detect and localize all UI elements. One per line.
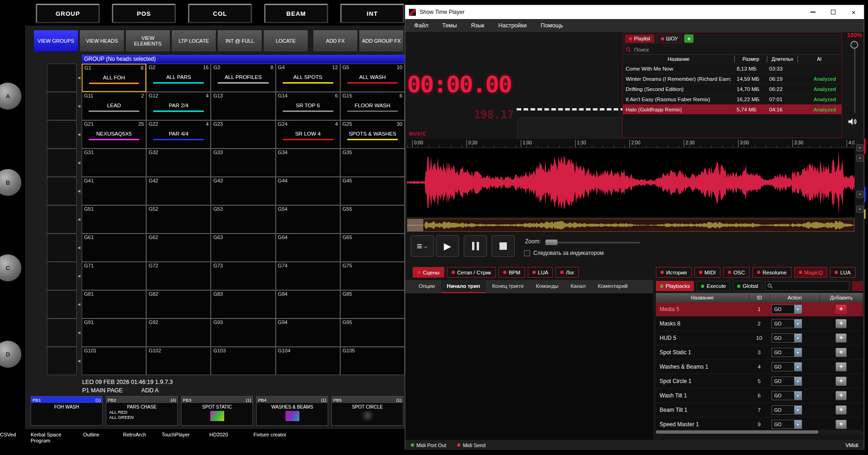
add-playlist-button[interactable]: + (684, 34, 693, 43)
row-select-arrow-icon[interactable]: ◀ (78, 318, 82, 347)
group-cell-g15[interactable]: G156FLOOR WASH (340, 92, 405, 120)
group-cell-g5[interactable]: G510ALL WASH (340, 64, 405, 92)
console-button-col[interactable]: COL (188, 4, 252, 23)
group-cell-g71[interactable]: G71 (82, 262, 146, 290)
add-playback-button[interactable]: + (836, 377, 847, 386)
side-slot[interactable] (47, 234, 77, 262)
volume-slider[interactable] (854, 42, 855, 113)
dropdown-arrow-icon[interactable]: ▼ (794, 348, 802, 357)
group-cell-g93[interactable]: G93 (211, 318, 275, 347)
action-select[interactable]: GO▼ (771, 319, 802, 328)
taskbar-item-hd2020[interactable]: HD2020 (209, 432, 250, 438)
menu-file[interactable]: Файл (407, 19, 435, 32)
subtab-trigger-start[interactable]: Начало трип (441, 280, 486, 293)
group-cell-g32[interactable]: G32 (146, 149, 211, 177)
view-tab-int-at-full[interactable]: INT @ FULL (217, 30, 262, 52)
group-cell-g22[interactable]: G224PAR 4/4 (146, 120, 211, 149)
side-slot[interactable] (47, 177, 77, 205)
action-select[interactable]: GO▼ (771, 305, 802, 314)
track-row[interactable]: It Ain't Easy (Rasmus Faber Remix)16,22 … (623, 94, 842, 104)
tab-resolume[interactable]: Resolume (752, 267, 791, 278)
group-cell-g65[interactable]: G65 (340, 234, 405, 262)
wave-menu-button-4[interactable]: ≡ (856, 206, 863, 213)
group-cell-g31[interactable]: G31 (82, 149, 146, 177)
playback-table-row[interactable]: Spot Circle 15GO▼+ (656, 374, 863, 389)
follow-indicator-checkbox[interactable] (524, 250, 530, 256)
zoom-slider-thumb[interactable] (545, 240, 557, 245)
side-slot[interactable] (47, 64, 77, 92)
group-cell-g55[interactable]: G55 (340, 205, 405, 234)
tab-lua2[interactable]: LUA (830, 267, 855, 278)
menu-language[interactable]: Язык (464, 19, 491, 32)
group-cell-g44[interactable]: G44 (276, 177, 340, 205)
add-playback-button[interactable]: + (836, 391, 847, 400)
view-tab-view-groups[interactable]: VIEW GROUPS (33, 30, 78, 52)
scrollbar-thumb[interactable] (656, 430, 818, 434)
group-cell-g72[interactable]: G72 (146, 262, 211, 290)
playback-pb3[interactable]: PB3(1)SPOT STATIC (181, 396, 253, 426)
subtab-comment[interactable]: Коментарий (592, 280, 634, 293)
group-cell-g25[interactable]: G2530SPOTS & WASHES (340, 120, 405, 149)
action-select[interactable]: GO▼ (771, 348, 802, 357)
wave-menu-button-2[interactable]: ≡ (856, 155, 863, 162)
group-cell-g85[interactable]: G85 (340, 290, 405, 318)
group-cell-g63[interactable]: G63 (211, 234, 275, 262)
group-cell-g4[interactable]: G412ALL SPOTS (276, 64, 340, 92)
group-cell-g51[interactable]: G51 (82, 205, 146, 234)
track-row[interactable]: Halo (Goldfrapp Remix)5,74 МБ04:16Analyz… (623, 104, 842, 114)
group-cell-g95[interactable]: G95 (340, 318, 405, 347)
console-button-int[interactable]: INT (340, 4, 404, 23)
row-select-arrow-icon[interactable]: ◀ (78, 177, 82, 205)
speaker-icon[interactable] (847, 117, 857, 127)
playlist-search-input[interactable]: Поиск (623, 45, 842, 55)
view-tab-view-elements[interactable]: VIEW ELEMENTS (125, 30, 170, 52)
action-select[interactable]: GO▼ (771, 333, 802, 343)
row-select-arrow-icon[interactable]: ◀ (78, 234, 82, 262)
add-playback-button[interactable]: + (836, 362, 847, 371)
add-playback-button[interactable]: + (836, 305, 847, 314)
playback-table-row[interactable]: Masks 82GO▼+ (656, 317, 863, 331)
tab-setup-strip[interactable]: Сетап / Стрик (447, 267, 496, 278)
group-cell-g43[interactable]: G43 (211, 177, 275, 205)
encoder-wheel-c[interactable]: C (0, 254, 21, 281)
dropdown-arrow-icon[interactable]: ▼ (794, 363, 802, 371)
group-cell-g3[interactable]: G38ALL PROFILES (211, 64, 275, 92)
subtab-playbacks[interactable]: Playbacks (656, 281, 694, 291)
play-button[interactable]: ▶ (436, 235, 459, 257)
playback-table-row[interactable]: Wash Tilt 16GO▼+ (656, 389, 863, 403)
console-button-pos[interactable]: POS (112, 4, 176, 23)
group-cell-g83[interactable]: G83 (211, 290, 275, 318)
group-cell-g64[interactable]: G64 (276, 234, 340, 262)
tab-history[interactable]: История (656, 267, 692, 278)
menu-help[interactable]: Помощь (534, 19, 570, 32)
group-cell-g102[interactable]: G102 (146, 347, 211, 375)
group-cell-g61[interactable]: G61 (82, 234, 146, 262)
taskbar-item-outline[interactable]: Outline (83, 432, 124, 438)
group-cell-g13[interactable]: G13 (211, 92, 275, 120)
view-tab-locate[interactable]: LOCATE (263, 30, 308, 52)
maximize-button[interactable] (823, 5, 843, 19)
minimize-button[interactable] (803, 5, 823, 19)
wave-menu-button-3[interactable]: ≡ (856, 191, 863, 198)
side-slot[interactable] (47, 149, 77, 177)
dropdown-arrow-icon[interactable]: ▼ (794, 406, 802, 414)
row-select-arrow-icon[interactable]: ◀ (78, 347, 82, 375)
group-cell-g91[interactable]: G91 (82, 318, 146, 347)
row-select-arrow-icon[interactable]: ◀ (78, 64, 82, 92)
group-cell-g105[interactable]: G105 (340, 347, 405, 375)
group-cell-g74[interactable]: G74 (276, 262, 340, 290)
group-cell-g23[interactable]: G23 (211, 120, 275, 149)
view-tab-add-group-fx[interactable]: ADD GROUP FX (359, 30, 404, 52)
group-cell-g12[interactable]: G124PAR 2/4 (146, 92, 211, 120)
add-playback-button[interactable]: + (836, 405, 847, 415)
add-playback-button[interactable]: + (836, 348, 847, 357)
subtab-options[interactable]: Опции (413, 280, 441, 293)
subtab-commands[interactable]: Команды (530, 280, 564, 293)
volume-slider-thumb[interactable] (850, 41, 858, 49)
group-cell-g11[interactable]: G112LEAD (82, 92, 146, 120)
group-cell-g92[interactable]: G92 (146, 318, 211, 347)
dropdown-arrow-icon[interactable]: ▼ (794, 334, 802, 342)
playback-table-row[interactable]: Media 51GO▼+ (656, 302, 863, 317)
action-select[interactable]: GO▼ (771, 377, 802, 386)
zoom-slider[interactable] (545, 241, 640, 244)
